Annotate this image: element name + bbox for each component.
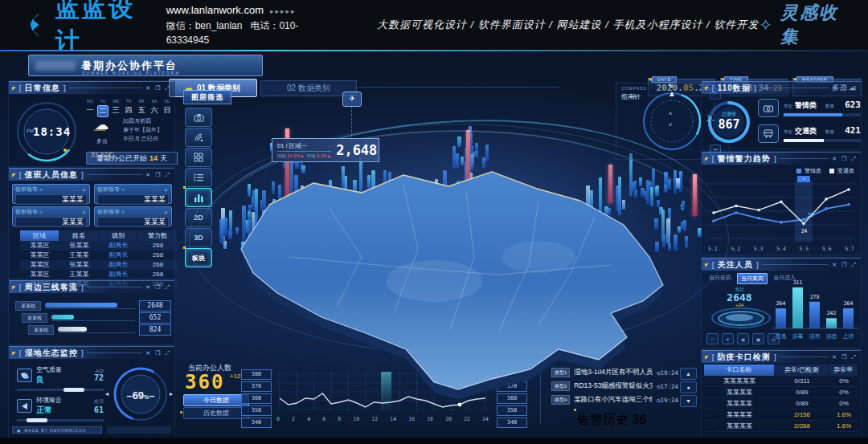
arrows-decoration: ▸▸▸▸▸ [270, 7, 297, 15]
air-slider[interactable] [17, 389, 104, 391]
panel-eco-monitor: ◤[湿地生态监控]✕ ❐ ⤢ 空气质量 良 AQI 72 [8, 345, 175, 440]
duty-card[interactable]: 值班领导 »··· ✕ 某某某 [12, 184, 90, 204]
x-tick: 14 [390, 416, 396, 422]
svg-text:30: 30 [808, 212, 814, 218]
compass-dial[interactable]: N ˄ ˅ [641, 90, 703, 153]
cloud-sun-icon: ☁ [96, 117, 109, 132]
bus-icon [758, 124, 779, 143]
flow-rows: 某某线2648某某线652某某线824 [15, 299, 171, 336]
duty-card[interactable]: 值班领导 »··· ✕ 某某某 [94, 206, 172, 226]
camera-icon [194, 113, 204, 122]
tooltip-value: 2,648 [336, 142, 377, 158]
table-row[interactable]: 某某某某某0/3110% [704, 376, 858, 387]
trend-legend[interactable]: 警情类 交通类 [796, 167, 854, 175]
wechat: 微信：ben_lanlan [166, 20, 243, 31]
site-url[interactable]: www.lanlanwork.com [166, 4, 264, 16]
office-chart-x-axis: 024681012141618202224 [276, 416, 489, 422]
dashboard-subtitle: SUMMER WORKING PLATFORM [82, 71, 180, 75]
star-dot [514, 94, 516, 96]
star-dot [337, 97, 338, 99]
clock-widget: PM 18:34 [15, 100, 78, 163]
duty-card[interactable]: 值班领导 »··· ✕ 某某某 [12, 206, 90, 226]
x-tick: 5.4 [776, 246, 786, 252]
map-tooltip: 01 / 区域一 同比 14.1%▲ 环比 6.2%▲ 2,648 [272, 138, 379, 162]
footer-bar-decoration [107, 426, 171, 434]
x-tick: 18 [427, 416, 433, 422]
banner-marker-dot [574, 409, 576, 411]
noise-slider[interactable] [17, 419, 104, 422]
table-row[interactable]: 某某区王某某副局长268 [20, 270, 178, 279]
weekday-cell: SA六 [149, 99, 160, 117]
focus-icon[interactable]: ✦ [722, 333, 734, 344]
focus-icon-row: ⌂ ✦ ◉ ▣ ◎ [706, 333, 780, 344]
y-axis-box: 340 [241, 418, 272, 428]
svg-text:涉黑: 涉黑 [809, 333, 821, 340]
weekday-cell: FR五 [136, 99, 147, 117]
air-quality-block: 空气质量 良 AQI 72 [17, 365, 104, 391]
censored-block [35, 61, 76, 71]
panel-flow-header: ◤[周边三线客流]✕ ❐ ⤢ [9, 280, 174, 293]
star-dot [516, 80, 517, 81]
focus-icon[interactable]: ◉ [737, 333, 749, 344]
panel-header-icons[interactable]: ✕ ❐ ⤢ [145, 85, 171, 92]
star-dot [268, 126, 269, 127]
eco-gauge-value: –69%– [112, 389, 170, 401]
panel-daily-header: ◤[日常信息]✕ ❐ ⤢ [9, 81, 174, 94]
map-3d[interactable] [193, 145, 691, 409]
traffic-progress-bar [784, 139, 824, 142]
gauge-value: 867 [706, 117, 751, 132]
svg-text:24: 24 [801, 228, 808, 234]
table-row[interactable]: 某某某某0/890% [704, 398, 858, 409]
alarm-history-banner[interactable]: 告警历史 36 [577, 412, 694, 427]
noise-unit: 分贝 [94, 398, 104, 405]
focus-gauge: 当日 2648 +24 [706, 287, 772, 328]
compass-up-chevron[interactable]: ˄ [669, 111, 672, 116]
lanlan-logo-icon [18, 9, 47, 41]
focus-icon[interactable]: ⌂ [706, 333, 719, 344]
checkpoint-table-header[interactable]: 卡口名称异常/已检测异常率 [704, 365, 858, 376]
speaker-icon [17, 399, 32, 413]
table-row[interactable]: 某某区张某某副局长268 [20, 260, 178, 270]
dashboard: ✈ 暑期办公协作平台 SUMMER WORKING PLATFORM ▬01 数… [0, 50, 868, 444]
noise-value: 61 [94, 405, 104, 414]
weekday-cell: MO一 [84, 99, 96, 117]
madeby-bar: ◉MADE BY NEHOMMICOA [12, 426, 102, 434]
panel-title: 日常信息 [25, 83, 60, 94]
table-row[interactable]: 某某某某2/2681.6% [704, 421, 858, 432]
svg-text:在逃: 在逃 [775, 333, 787, 339]
table-row[interactable]: 某某某某0/890% [704, 387, 858, 398]
tab-line-decoration [358, 87, 559, 88]
panel-duty-info: ◤[值班人员信息]✕ ❐ ⤢ 值班领导 »··· ✕ 某某某 值班领导 »···… [8, 167, 175, 279]
clock-time: 18:34 [33, 125, 71, 138]
compass-label: 指南针 [621, 92, 641, 101]
plane-marker-icon[interactable]: ✈ [342, 92, 362, 107]
table-row[interactable]: 某某区张某某副局长268 [20, 241, 178, 251]
date-label: DATE [652, 76, 677, 83]
panel-daily-info: ◤[日常信息]✕ ❐ ⤢ PM 18:34 MO一TU二WE三TH四FR五SA六… [8, 80, 175, 167]
duty-table-header[interactable]: 区域姓名级别警力数 [20, 230, 178, 241]
collect-link[interactable]: ✧ 灵感收集 [759, 1, 850, 49]
svg-text:上访: 上访 [843, 333, 854, 339]
weekday-cell: WE三 [110, 99, 121, 117]
table-row[interactable]: 某某某某2/1561.6% [704, 409, 858, 421]
compass-down-chevron[interactable]: ˅ [669, 122, 672, 128]
layer-button-camera[interactable] [185, 108, 212, 127]
noise-status: 正常 [36, 405, 62, 416]
svg-text:˅: ˅ [802, 177, 805, 181]
x-tick: 5.7 [845, 246, 854, 252]
svg-text:涉毒: 涉毒 [792, 333, 804, 340]
tab-left-duty[interactable]: 当日离岗 [737, 273, 768, 284]
panel-focus-header: ◤[关注人员]✕ ❐ ⤢ [702, 258, 861, 271]
gauge-right-arrow[interactable]: ▸ [170, 390, 173, 397]
svg-text:311: 311 [793, 279, 803, 286]
y-axis-box: 340 [497, 418, 527, 428]
gauge-left-arrow[interactable]: ◂ [105, 390, 108, 397]
bottom-dark-bar [0, 438, 868, 444]
compass-north-label: N [669, 83, 673, 88]
duty-card[interactable]: 值班领导 »··· ✕ 某某某 [94, 184, 172, 204]
trend-x-axis: 5.15.25.35.45.55.65.7 [708, 246, 854, 252]
focus-icon[interactable]: ▣ [752, 333, 764, 344]
table-row[interactable]: 某某区王某某副局长268 [20, 251, 178, 260]
weather-desc: 多云 [96, 138, 108, 144]
alarm-history-count: 36 [632, 413, 646, 426]
